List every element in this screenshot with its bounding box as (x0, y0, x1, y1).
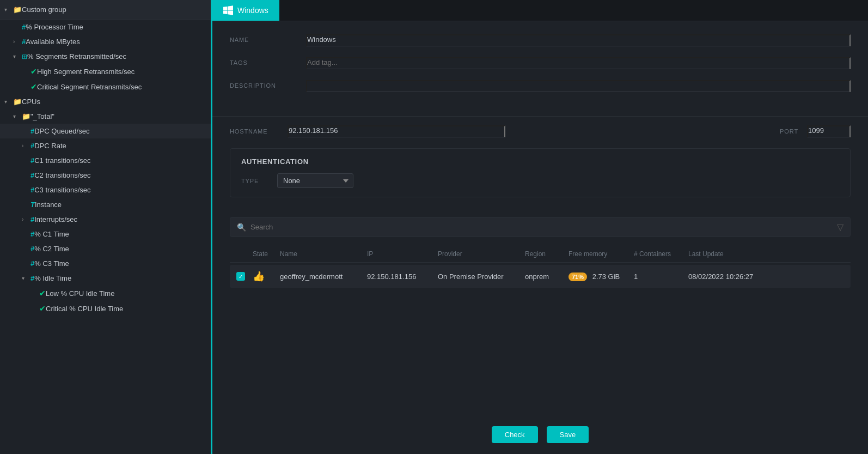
chevron-icon[interactable] (13, 113, 20, 119)
sidebar-item-label: % C1 Time (34, 230, 69, 238)
sidebar-item-label: DPC Queued/sec (34, 127, 89, 135)
sidebar-item-label: Interrupts/sec (34, 215, 77, 223)
row-last-update: 08/02/2022 10:26:27 (688, 273, 844, 281)
save-button[interactable]: Save (547, 426, 589, 443)
sidebar-item-label: % C2 Time (34, 245, 69, 253)
hostname-label: HOSTNAME (230, 128, 279, 135)
root-chevron-icon[interactable] (4, 7, 11, 13)
state-ok-icon: 👍 (253, 271, 265, 282)
sidebar-item-c3-transitions[interactable]: # C3 transitions/sec (0, 183, 211, 197)
header-name-col: Name (280, 250, 367, 258)
search-bar: 🔍 ▽ (230, 217, 851, 237)
row-state: 👍 (253, 270, 280, 282)
search-input[interactable] (250, 223, 837, 231)
name-label: NAME (230, 34, 306, 43)
sidebar-item-label: % Idle Time (34, 274, 71, 282)
sidebar-item-high-segment[interactable]: ✔ High Segment Retransmits/sec (0, 64, 211, 79)
sidebar-item-available-mbytes[interactable]: # Available MBytes (0, 34, 211, 49)
sidebar-item-c1-transitions[interactable]: # C1 transitions/sec (0, 153, 211, 168)
sidebar-item-low-cpu-idle[interactable]: ✔ Low % CPU Idle Time (0, 286, 211, 301)
sidebar-item-label: Available MBytes (26, 38, 80, 46)
sidebar-item-label: Critical % CPU Idle Time (46, 305, 123, 313)
sidebar-item-label: C1 transitions/sec (34, 156, 90, 165)
chevron-icon[interactable] (4, 99, 11, 105)
sidebar-item-dpc-rate[interactable]: # DPC Rate (0, 138, 211, 153)
sidebar-item-label: Instance (35, 201, 62, 209)
auth-title: AUTHENTICATION (241, 158, 839, 166)
row-checkbox[interactable]: ✓ (236, 272, 253, 281)
sidebar-item-segments-retransmitted[interactable]: ⊞ % Segments Retransmitted/sec (0, 49, 211, 64)
windows-tab[interactable]: Windows (212, 0, 279, 21)
row-containers: 1 (634, 273, 688, 281)
sidebar-item-label: % C3 Time (34, 259, 69, 268)
sidebar-item-instance[interactable]: T Instance (0, 197, 211, 212)
sidebar-item-label: Critical Segment Retransmits/sec (37, 83, 142, 91)
sidebar-item-c2-transitions[interactable]: # C2 transitions/sec (0, 168, 211, 183)
root-folder-icon: 📁 (13, 5, 22, 14)
sidebar-root-label: Custom group (22, 5, 66, 14)
sidebar-item-pct-idle[interactable]: # % Idle Time (0, 271, 211, 286)
auth-type-select[interactable]: None Basic NTLM Kerberos (277, 173, 353, 188)
sidebar-item-label: % Segments Retransmitted/sec (27, 52, 126, 60)
row-name: geoffrey_mcdermott (280, 273, 367, 281)
header-containers-col: # Containers (634, 250, 688, 258)
checkbox-checked[interactable]: ✓ (236, 272, 245, 281)
memory-val: 2.73 GiB (592, 273, 620, 281)
filter-icon[interactable]: ▽ (837, 222, 843, 232)
sidebar-item-critical-cpu-idle[interactable]: ✔ Critical % CPU Idle Time (0, 301, 211, 316)
footer-buttons: Check Save (212, 415, 868, 454)
sidebar-item-pct-c3[interactable]: # % C3 Time (0, 256, 211, 271)
row-ip: 92.150.181.156 (367, 273, 438, 281)
check-button[interactable]: Check (492, 426, 538, 443)
sidebar-item-total[interactable]: 📁 "_Total" (0, 109, 211, 124)
tree-container: # % Processor Time # Available MBytes ⊞ … (0, 20, 211, 316)
port-input[interactable] (807, 125, 851, 137)
table-header: State Name IP Provider Region Free memor… (230, 246, 851, 263)
header-region-col: Region (525, 250, 569, 258)
description-label: DESCRIPTION (230, 80, 306, 89)
sidebar-item-label: Low % CPU Idle Time (46, 289, 114, 298)
auth-row: TYPE None Basic NTLM Kerberos (241, 173, 839, 188)
row-provider: On Premise Provider (438, 273, 525, 281)
sidebar-item-dpc-queued[interactable]: # DPC Queued/sec (0, 124, 211, 138)
description-row: DESCRIPTION (230, 80, 851, 92)
header-memory-col: Free memory (569, 250, 634, 258)
search-icon: 🔍 (237, 223, 246, 232)
table-row[interactable]: ✓ 👍 geoffrey_mcdermott 92.150.181.156 On… (230, 265, 851, 288)
sidebar-item-label: "_Total" (30, 112, 54, 120)
hostname-input[interactable] (288, 125, 505, 137)
sidebar-item-label: % Processor Time (26, 23, 83, 31)
sidebar-item-pct-c1[interactable]: # % C1 Time (0, 227, 211, 241)
tags-row: TAGS (230, 57, 851, 69)
name-input[interactable] (306, 34, 851, 46)
sidebar-root-item[interactable]: 📁 Custom group (0, 0, 211, 20)
tags-input[interactable] (306, 57, 851, 69)
row-memory: 71% 2.73 GiB (569, 273, 634, 281)
form-section: NAME TAGS DESCRIPTION (212, 21, 868, 117)
chevron-icon[interactable] (13, 53, 20, 59)
row-region: onprem (525, 273, 569, 281)
windows-logo-icon (223, 5, 233, 15)
chevron-icon[interactable] (13, 39, 20, 45)
port-label: PORT (780, 128, 798, 135)
tags-label: TAGS (230, 57, 306, 66)
chevron-icon[interactable] (22, 216, 28, 222)
tab-bar: Windows (212, 0, 868, 21)
hostname-group: HOSTNAME (230, 125, 758, 137)
auth-type-label: TYPE (241, 178, 268, 184)
sidebar-item-label: C2 transitions/sec (34, 171, 90, 179)
chevron-icon[interactable] (22, 275, 28, 281)
sidebar-item-pct-c2[interactable]: # % C2 Time (0, 241, 211, 256)
header-update-col: Last Update (688, 250, 844, 258)
sidebar-item-interrupts[interactable]: # Interrupts/sec (0, 212, 211, 227)
auth-section: AUTHENTICATION TYPE None Basic NTLM Kerb… (230, 148, 851, 197)
chevron-icon[interactable] (22, 143, 28, 149)
header-ip-col: IP (367, 250, 438, 258)
sidebar-item-label: DPC Rate (34, 142, 66, 150)
description-input[interactable] (306, 80, 851, 92)
sidebar-item-label: CPUs (22, 98, 40, 106)
sidebar-item-cpus[interactable]: 📁 CPUs (0, 94, 211, 109)
sidebar-item-critical-segment[interactable]: ✔ Critical Segment Retransmits/sec (0, 79, 211, 94)
name-row: NAME (230, 34, 851, 46)
sidebar-item-processor-time[interactable]: # % Processor Time (0, 20, 211, 34)
